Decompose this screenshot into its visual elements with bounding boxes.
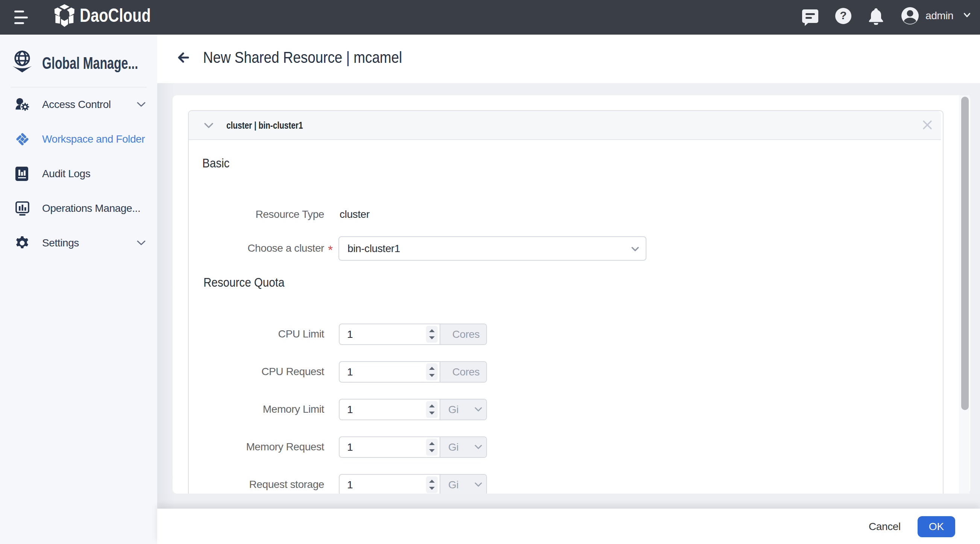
svg-text:?: ? — [840, 9, 846, 21]
